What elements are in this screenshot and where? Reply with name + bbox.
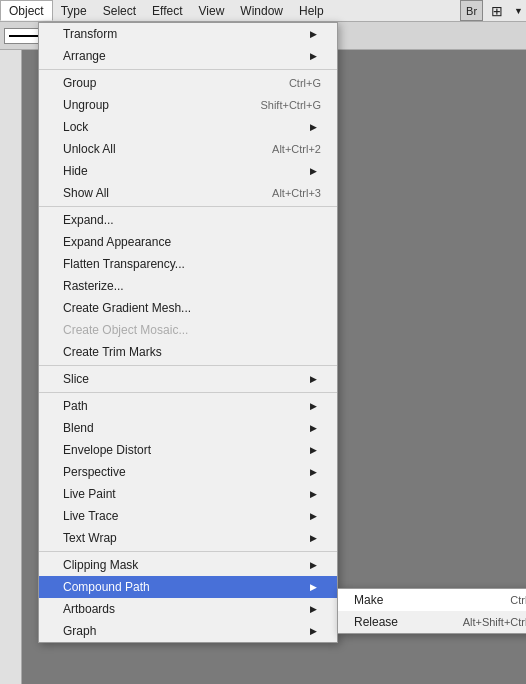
menubar-object[interactable]: Object xyxy=(0,0,53,21)
menubar-help[interactable]: Help xyxy=(291,0,332,21)
menu-item-envelope-distort-label: Envelope Distort xyxy=(63,443,310,457)
menubar-workspace[interactable]: ⊞ xyxy=(483,0,511,21)
menu-item-compound-path[interactable]: Compound Path xyxy=(39,576,337,598)
menu-item-expand-appearance[interactable]: Expand Appearance xyxy=(39,231,337,253)
menu-item-lock-label: Lock xyxy=(63,120,310,134)
menu-item-path-label: Path xyxy=(63,399,310,413)
menu-item-show-all[interactable]: Show All Alt+Ctrl+3 xyxy=(39,182,337,204)
menu-item-text-wrap[interactable]: Text Wrap xyxy=(39,527,337,549)
submenu-item-make[interactable]: Make Ctrl+8 xyxy=(338,589,526,611)
menu-item-live-paint[interactable]: Live Paint xyxy=(39,483,337,505)
menu-item-transform-label: Transform xyxy=(63,27,310,41)
menu-item-ungroup[interactable]: Ungroup Shift+Ctrl+G xyxy=(39,94,337,116)
menu-item-live-trace[interactable]: Live Trace xyxy=(39,505,337,527)
menu-item-unlock-all-label: Unlock All xyxy=(63,142,262,156)
menu-item-group-label: Group xyxy=(63,76,279,90)
menu-item-create-object-mosaic: Create Object Mosaic... xyxy=(39,319,337,341)
menu-item-flatten-transparency[interactable]: Flatten Transparency... xyxy=(39,253,337,275)
menu-item-transform[interactable]: Transform xyxy=(39,23,337,45)
menu-item-ungroup-label: Ungroup xyxy=(63,98,250,112)
submenu-release-shortcut: Alt+Shift+Ctrl+8 xyxy=(463,616,526,628)
menu-item-clipping-mask[interactable]: Clipping Mask xyxy=(39,554,337,576)
submenu-make-shortcut: Ctrl+8 xyxy=(510,594,526,606)
menu-item-compound-path-label: Compound Path xyxy=(63,580,310,594)
menu-item-artboards[interactable]: Artboards xyxy=(39,598,337,620)
menu-item-perspective-label: Perspective xyxy=(63,465,310,479)
menu-item-graph[interactable]: Graph xyxy=(39,620,337,642)
menu-item-perspective[interactable]: Perspective xyxy=(39,461,337,483)
menubar-select[interactable]: Select xyxy=(95,0,144,21)
submenu-release-label: Release xyxy=(354,615,453,629)
menu-item-show-all-shortcut: Alt+Ctrl+3 xyxy=(272,187,321,199)
menubar: Object Type Select Effect View Window He… xyxy=(0,0,526,22)
menu-sep-2 xyxy=(39,206,337,207)
menu-item-graph-label: Graph xyxy=(63,624,310,638)
menu-item-path[interactable]: Path xyxy=(39,395,337,417)
menu-item-flatten-transparency-label: Flatten Transparency... xyxy=(63,257,321,271)
menu-item-live-paint-label: Live Paint xyxy=(63,487,310,501)
menu-sep-1 xyxy=(39,69,337,70)
menu-item-clipping-mask-label: Clipping Mask xyxy=(63,558,310,572)
menu-item-arrange-label: Arrange xyxy=(63,49,310,63)
menu-item-group[interactable]: Group Ctrl+G xyxy=(39,72,337,94)
menu-sep-5 xyxy=(39,551,337,552)
menu-item-expand-label: Expand... xyxy=(63,213,321,227)
menu-item-create-gradient-mesh-label: Create Gradient Mesh... xyxy=(63,301,321,315)
menu-item-rasterize[interactable]: Rasterize... xyxy=(39,275,337,297)
menubar-view[interactable]: View xyxy=(191,0,233,21)
menu-item-blend[interactable]: Blend xyxy=(39,417,337,439)
menubar-effect[interactable]: Effect xyxy=(144,0,190,21)
menu-item-slice[interactable]: Slice xyxy=(39,368,337,390)
menu-item-rasterize-label: Rasterize... xyxy=(63,279,321,293)
menu-sep-3 xyxy=(39,365,337,366)
compound-path-submenu: Make Ctrl+8 Release Alt+Shift+Ctrl+8 xyxy=(337,588,526,634)
menu-item-show-all-label: Show All xyxy=(63,186,262,200)
menu-item-arrange[interactable]: Arrange xyxy=(39,45,337,67)
menu-item-slice-label: Slice xyxy=(63,372,310,386)
menu-item-ungroup-shortcut: Shift+Ctrl+G xyxy=(260,99,321,111)
menubar-window[interactable]: Window xyxy=(232,0,291,21)
menu-item-expand-appearance-label: Expand Appearance xyxy=(63,235,321,249)
menu-item-lock[interactable]: Lock xyxy=(39,116,337,138)
menu-item-text-wrap-label: Text Wrap xyxy=(63,531,310,545)
menu-item-artboards-label: Artboards xyxy=(63,602,310,616)
menu-item-blend-label: Blend xyxy=(63,421,310,435)
tools-panel xyxy=(0,50,22,684)
menu-item-create-gradient-mesh[interactable]: Create Gradient Mesh... xyxy=(39,297,337,319)
submenu-item-release[interactable]: Release Alt+Shift+Ctrl+8 xyxy=(338,611,526,633)
menubar-br[interactable]: Br xyxy=(460,0,483,21)
menu-item-expand[interactable]: Expand... xyxy=(39,209,337,231)
menu-sep-4 xyxy=(39,392,337,393)
menu-item-envelope-distort[interactable]: Envelope Distort xyxy=(39,439,337,461)
menubar-type[interactable]: Type xyxy=(53,0,95,21)
menu-item-create-object-mosaic-label: Create Object Mosaic... xyxy=(63,323,321,337)
menu-item-create-trim-marks-label: Create Trim Marks xyxy=(63,345,321,359)
menu-item-unlock-all-shortcut: Alt+Ctrl+2 xyxy=(272,143,321,155)
object-dropdown-menu: Transform Arrange Group Ctrl+G Ungroup S… xyxy=(38,22,338,643)
menu-item-hide-label: Hide xyxy=(63,164,310,178)
menu-item-live-trace-label: Live Trace xyxy=(63,509,310,523)
menu-item-hide[interactable]: Hide xyxy=(39,160,337,182)
menu-item-group-shortcut: Ctrl+G xyxy=(289,77,321,89)
menu-item-unlock-all[interactable]: Unlock All Alt+Ctrl+2 xyxy=(39,138,337,160)
submenu-make-label: Make xyxy=(354,593,500,607)
menubar-workspace-arrow[interactable]: ▼ xyxy=(511,0,526,21)
menu-item-create-trim-marks[interactable]: Create Trim Marks xyxy=(39,341,337,363)
